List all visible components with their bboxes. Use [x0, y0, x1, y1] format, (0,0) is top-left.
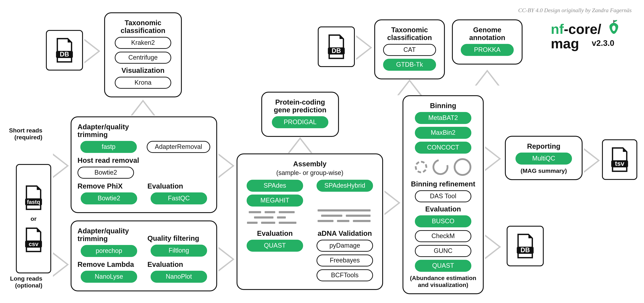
- pill-maxbin2: MaxBin2: [415, 127, 471, 139]
- arrow-input-to-short: [53, 153, 69, 178]
- db-box-reads: DB: [46, 30, 83, 70]
- short-host-title: Host read removal: [78, 156, 210, 164]
- svg-text:tsv: tsv: [615, 160, 624, 167]
- input-files-box: fastq or csv: [16, 164, 51, 273]
- license-credit: CC-BY 4.0 Design originally by Zandra Fa…: [518, 7, 632, 13]
- tax-reads-title: Taxonomic classification: [111, 19, 175, 34]
- pill-metabat2: MetaBAT2: [415, 112, 471, 124]
- brand-version: v2.3.0: [592, 39, 614, 47]
- pill-multiqc: MultiQC: [516, 153, 572, 165]
- panel-reporting: Reporting MultiQC (MAG summary): [505, 136, 582, 180]
- brand-nf: nf: [551, 21, 564, 37]
- pill-quast-assembly: QUAST: [246, 240, 303, 252]
- db-box-bins: DB: [318, 26, 355, 67]
- db-output-icon: DB: [516, 234, 535, 258]
- arrow-report-to-tsv: [584, 148, 600, 173]
- db-output-box: DB: [507, 226, 544, 266]
- arrow-assembly-to-gene: [288, 137, 312, 153]
- pill-prodigal: PRODIGAL: [272, 116, 328, 128]
- bins-decoration: [410, 156, 477, 178]
- pill-concoct: CONCOCT: [415, 142, 471, 154]
- panel-short-reads: Adapter/quality trimming fastp AdapterRe…: [70, 116, 217, 213]
- arrow-bin-to-tax2: [397, 79, 422, 95]
- panel-taxonomic-reads: Taxonomic classification Kraken2 Centrif…: [104, 12, 182, 97]
- long-reads-caption: Long reads (optional): [0, 275, 42, 289]
- bin-foot: (Abundance estimation and visualization): [410, 275, 477, 288]
- short-phix-title: Remove PhiX: [78, 182, 140, 190]
- assembly-subtitle: (sample- or group-wise): [244, 169, 376, 177]
- svg-text:csv: csv: [28, 241, 38, 247]
- arrow-input-to-long: [53, 252, 69, 277]
- panel-assembly: Assembly (sample- or group-wise) SPAdes …: [236, 153, 383, 290]
- pill-megahit: MEGAHIT: [246, 195, 303, 207]
- pill-centrifuge: Centrifuge: [115, 52, 171, 64]
- pill-cat: CAT: [383, 44, 436, 56]
- contigs-decoration-right: [318, 209, 374, 227]
- pill-nanolyse: NanoLyse: [81, 271, 137, 283]
- input-or-label: or: [30, 215, 36, 222]
- panel-taxonomic-bins: Taxonomic classification CAT GTDB-Tk: [374, 19, 445, 79]
- long-trim-title: Adapter/quality trimming: [78, 227, 140, 243]
- long-lambda-title: Remove Lambda: [78, 261, 140, 268]
- tsv-file-icon: tsv: [610, 147, 629, 172]
- pill-pydamage: pyDamage: [316, 240, 373, 252]
- pill-freebayes: Freebayes: [316, 255, 373, 267]
- pill-bowtie2-host: Bowtie2: [78, 167, 134, 179]
- arrow-bin-to-annot: [475, 70, 500, 85]
- pill-adapterremoval: AdapterRemoval: [147, 141, 210, 153]
- assembly-adna-title: aDNA Validation: [313, 230, 376, 237]
- bin-refine-title: Binning refinement: [410, 180, 477, 188]
- fastq-file-icon: fastq: [24, 185, 43, 210]
- pill-prokka: PROKKA: [461, 44, 514, 56]
- gene-title: Protein-coding gene prediction: [268, 98, 332, 114]
- pill-porechop: porechop: [81, 245, 137, 257]
- pill-bowtie2-phix: Bowtie2: [81, 192, 137, 204]
- pill-checkm: CheckM: [415, 230, 471, 242]
- csv-file-icon: csv: [24, 228, 43, 252]
- long-eval-title: Evaluation: [148, 261, 210, 268]
- pill-nanoplot: NanoPlot: [150, 271, 207, 283]
- pipeline-brand: nf-core/ mag v2.3.0: [551, 19, 621, 51]
- annot-title: Genome annotation: [459, 26, 516, 41]
- db-file-icon-bins: DB: [326, 34, 346, 59]
- arrow-db-to-tax: [84, 39, 100, 63]
- pill-quast-bin: QUAST: [415, 260, 471, 272]
- arrow-bin-to-dbout: [485, 235, 501, 259]
- tax-bins-title: Taxonomic classification: [381, 26, 438, 41]
- arrow-assembly-to-binning: [384, 191, 400, 215]
- svg-text:DB: DB: [520, 246, 530, 254]
- pill-fastqc: FastQC: [150, 192, 207, 204]
- arrow-bin-to-report: [485, 146, 501, 171]
- arrow-long-to-assembly: [218, 247, 234, 272]
- db-file-icon: DB: [55, 38, 74, 63]
- long-qf-title: Quality filtering: [148, 234, 210, 242]
- panel-gene-prediction: Protein-coding gene prediction PRODIGAL: [261, 92, 339, 137]
- brand-core: -core/: [564, 21, 601, 37]
- pill-kraken2: Kraken2: [115, 37, 171, 49]
- panel-long-reads: Adapter/quality trimming porechop Qualit…: [70, 221, 217, 291]
- short-trim-title: Adapter/quality trimming: [78, 123, 140, 138]
- bin-eval-title: Evaluation: [410, 205, 477, 213]
- pill-krona: Krona: [115, 77, 171, 89]
- pill-bcftools: BCFTools: [316, 269, 373, 281]
- assembly-title: Assembly: [244, 160, 376, 168]
- tsv-output-box: tsv: [602, 139, 637, 180]
- report-title: Reporting: [512, 142, 576, 150]
- svg-text:DB: DB: [332, 47, 341, 54]
- svg-text:DB: DB: [60, 51, 69, 58]
- arrow-short-to-tax: [131, 100, 155, 115]
- brand-name: mag: [551, 36, 579, 51]
- bin-title: Binning: [410, 102, 477, 109]
- panel-binning: Binning MetaBAT2 MaxBin2 CONCOCT Binning…: [402, 95, 484, 294]
- pill-filtlong: Filtlong: [150, 245, 207, 257]
- pill-dastool: DAS Tool: [415, 190, 471, 202]
- pill-gunc: GUNC: [415, 245, 471, 257]
- short-eval-title: Evaluation: [148, 182, 210, 190]
- pill-spadeshybrid: SPAdesHybrid: [316, 180, 373, 192]
- pill-gtdbtk: GTDB-Tk: [383, 59, 436, 71]
- pill-fastp: fastp: [80, 141, 137, 153]
- arrow-db-to-tax2: [356, 35, 372, 60]
- pill-spades: SPAdes: [246, 180, 303, 192]
- short-reads-caption: Short reads (required): [0, 127, 42, 141]
- panel-annotation: Genome annotation PROKKA: [452, 19, 522, 64]
